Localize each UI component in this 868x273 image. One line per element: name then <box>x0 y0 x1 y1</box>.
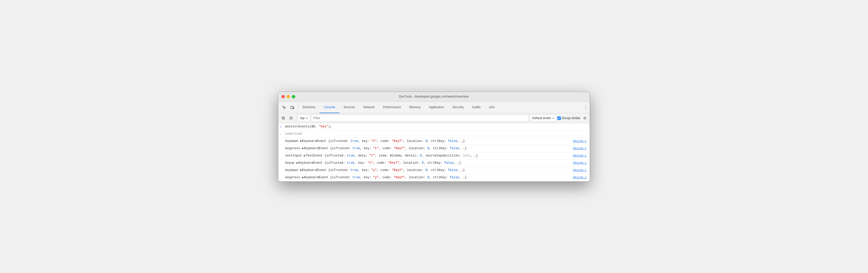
main-tabs: Elements Console Sources Network Perform… <box>278 102 590 113</box>
row-source-1[interactable]: VM1240:1 <box>573 140 590 143</box>
minimize-button[interactable] <box>287 95 290 98</box>
row-source-6[interactable]: VM1240:1 <box>573 176 590 179</box>
clear-console-button[interactable] <box>280 115 287 122</box>
group-similar-label[interactable]: Group similar <box>557 116 580 120</box>
console-row-textinput-t: textInput ▶TextEvent {isTrusted: true, d… <box>278 152 590 160</box>
tab-network[interactable]: Network <box>359 102 379 113</box>
tab-icons-group <box>278 102 298 113</box>
levels-dropdown-icon: ▼ <box>552 117 555 120</box>
tab-axe[interactable]: aXe <box>485 102 499 113</box>
tab-memory[interactable]: Memory <box>405 102 425 113</box>
more-tabs-button[interactable]: ⋮ <box>582 102 590 113</box>
tab-sources[interactable]: Sources <box>339 102 359 113</box>
tab-elements[interactable]: Elements <box>298 102 320 113</box>
filter-input[interactable] <box>311 115 529 122</box>
row-source-3[interactable]: VM1240:1 <box>573 154 590 157</box>
console-event-keypress-y: keypress ▶KeyboardEvent {isTrusted: true… <box>283 175 573 180</box>
settings-icon: ⚙ <box>583 116 587 120</box>
levels-selector[interactable]: Default levels ▼ <box>530 115 556 122</box>
maximize-button[interactable] <box>292 95 295 98</box>
console-row-keypress-y: keypress ▶KeyboardEvent {isTrusted: true… <box>278 174 590 181</box>
tab-performance[interactable]: Performance <box>379 102 405 113</box>
row-source-5[interactable]: VM1240:1 <box>573 169 590 172</box>
output-chevron-icon: ‹ <box>280 132 282 135</box>
console-event-keypress-t: keypress ▶KeyboardEvent {isTrusted: true… <box>283 146 573 151</box>
svg-rect-0 <box>291 106 293 109</box>
inspect-icon-button[interactable] <box>280 104 288 111</box>
console-output: › monitorEvents($0, "key"); ‹ undefined … <box>278 123 590 181</box>
console-event-keyup-t: keyup ▶KeyboardEvent {isTrusted: true, k… <box>283 161 573 165</box>
console-toolbar: top ▼ Default levels ▼ Group similar ⚙ <box>278 113 590 123</box>
toolbar-divider <box>296 115 296 121</box>
settings-button[interactable]: ⚙ <box>581 115 588 122</box>
tab-security[interactable]: Security <box>448 102 468 113</box>
console-event-keydown-t: keydown ▶KeyboardEvent {isTrusted: true,… <box>283 139 573 143</box>
tab-application[interactable]: Application <box>425 102 448 113</box>
console-row-undefined: ‹ undefined <box>278 131 590 138</box>
group-similar-checkbox[interactable] <box>557 116 561 120</box>
row-gutter-2: ‹ <box>278 132 283 135</box>
context-selector[interactable]: top ▼ <box>298 115 310 122</box>
traffic-lights <box>281 95 295 98</box>
console-row-keypress-t: keypress ▶KeyboardEvent {isTrusted: true… <box>278 145 590 152</box>
title-bar: DevTools - developers.google.com/web/sho… <box>278 92 590 102</box>
console-row-keydown-t: keydown ▶KeyboardEvent {isTrusted: true,… <box>278 138 590 145</box>
close-button[interactable] <box>281 95 285 98</box>
tab-audits[interactable]: Audits <box>468 102 485 113</box>
console-input-content: monitorEvents($0, "key"); <box>283 124 590 129</box>
console-output-undefined: undefined <box>283 132 590 136</box>
preserve-log-button[interactable] <box>288 115 294 122</box>
window-title: DevTools - developers.google.com/web/sho… <box>399 95 469 98</box>
console-event-keydown-y: keydown ▶KeyboardEvent {isTrusted: true,… <box>283 168 573 173</box>
dropdown-arrow-icon: ▼ <box>306 117 308 120</box>
row-gutter: › <box>278 125 283 129</box>
svg-rect-1 <box>293 107 294 109</box>
console-row-keyup-t: keyup ▶KeyboardEvent {isTrusted: true, k… <box>278 160 590 167</box>
devtools-window: DevTools - developers.google.com/web/sho… <box>278 92 590 182</box>
device-toolbar-icon-button[interactable] <box>289 104 296 111</box>
console-row-input: › monitorEvents($0, "key"); <box>278 123 590 131</box>
row-source-4[interactable]: VM1240:1 <box>573 162 590 165</box>
tab-console[interactable]: Console <box>320 102 339 113</box>
input-chevron-icon: › <box>280 125 282 129</box>
console-row-keydown-y: keydown ▶KeyboardEvent {isTrusted: true,… <box>278 167 590 174</box>
console-event-textinput-t: textInput ▶TextEvent {isTrusted: true, d… <box>283 153 573 158</box>
row-source-2[interactable]: VM1240:1 <box>573 147 590 150</box>
